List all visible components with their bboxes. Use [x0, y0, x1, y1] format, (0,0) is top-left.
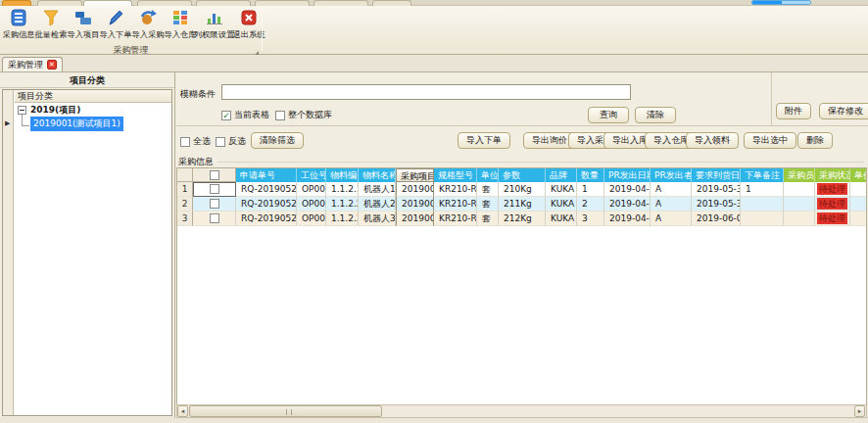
save-changes-button[interactable]: 保存修改 — [819, 103, 868, 119]
checkbox-icon — [210, 184, 219, 194]
column-header[interactable]: 品牌 — [546, 168, 577, 182]
cell: RQ-201905230003 — [236, 212, 297, 226]
collapse-icon[interactable] — [18, 106, 26, 115]
cell: RQ-201905230002 — [236, 197, 297, 212]
cell: 2 — [577, 197, 604, 212]
column-header[interactable]: 采购状态 — [815, 168, 850, 182]
import-order-button[interactable]: 导入下单 — [458, 132, 510, 149]
column-header[interactable]: 采购员 — [784, 168, 815, 182]
column-header[interactable]: 申请单号 — [236, 168, 297, 182]
column-header[interactable]: 规格型号 — [434, 168, 477, 182]
row-checkbox[interactable] — [193, 197, 236, 212]
cell — [784, 212, 815, 226]
cell: 2019-04-07 — [604, 212, 651, 226]
import-warehouse-button[interactable]: 导入仓库 — [164, 7, 196, 44]
horizontal-scrollbar[interactable]: ◂ ▸ — [176, 404, 867, 418]
scroll-right-icon[interactable]: ▸ — [854, 405, 865, 417]
button-label: 退出系统 — [232, 29, 265, 41]
column-header[interactable]: 物料名称 — [359, 168, 396, 182]
cell: OP0010 — [297, 182, 326, 197]
import-warehouse-icon — [171, 9, 189, 26]
button-label: 列权限设置 — [194, 29, 234, 41]
tree-node-2019[interactable]: 2019(项目) — [15, 103, 171, 117]
dialog-launcher-icon[interactable] — [255, 51, 259, 55]
table-row[interactable]: 1RQ-201905230001OP00101.1.2.1机器人12019001… — [177, 182, 866, 197]
tree-node-label-selected: 2019001(测试项目1) — [30, 117, 123, 131]
cell: 待处理 — [815, 212, 850, 226]
project-category-panel: 项目分类 ▶ 项目分类 2019(项目) 2019001(测试项目1) — [0, 72, 175, 418]
batch-search-button[interactable]: 批量检索 — [34, 7, 67, 44]
column-header[interactable]: PR发出者 — [651, 168, 692, 182]
column-header[interactable]: 下单备注 — [741, 168, 784, 182]
column-header[interactable]: 采购项目 — [396, 168, 434, 182]
tree-node-2019001[interactable]: 2019001(测试项目1) — [15, 117, 171, 130]
cell: 2019-06-01 — [692, 212, 741, 226]
select-all-checkbox[interactable]: 全选 — [180, 135, 211, 148]
delete-button[interactable]: 删除 — [797, 132, 833, 149]
fuzzy-condition-input[interactable] — [221, 84, 631, 100]
import-project-button[interactable]: 导入项目 — [67, 7, 99, 44]
status-badge: 待处理 — [817, 212, 847, 224]
filter-funnel-icon — [42, 9, 60, 26]
cell: A — [651, 197, 692, 212]
tab-close-icon[interactable]: ✕ — [47, 60, 57, 70]
cell — [850, 182, 867, 197]
column-header[interactable]: 工位号 — [297, 168, 326, 182]
column-header[interactable]: 参数 — [499, 168, 546, 182]
grid-section: 采购信息 — [176, 156, 868, 167]
whole-database-checkbox[interactable]: 整个数据库 — [275, 109, 332, 121]
import-material-button[interactable]: 导入领料 — [686, 132, 739, 149]
column-header[interactable]: 单位 — [477, 168, 499, 182]
attachment-button[interactable]: 附件 — [776, 103, 811, 119]
current-table-checkbox[interactable]: ✓当前表格 — [221, 109, 269, 121]
import-order-icon — [107, 9, 124, 26]
cell: 2019001 — [396, 182, 434, 197]
cell: KR210-R2700 — [434, 182, 477, 197]
cell — [850, 197, 867, 212]
column-header[interactable]: 数量 — [577, 168, 604, 182]
button-label: 采购信息 — [2, 29, 34, 41]
cell: 3 — [577, 212, 604, 226]
import-purchase-icon — [139, 9, 157, 26]
import-order-button[interactable]: 导入下单 — [99, 7, 131, 44]
cell: KR210-R2701 — [434, 197, 477, 212]
exit-system-button[interactable]: 退出系统 — [232, 7, 265, 44]
invert-selection-checkbox[interactable]: 反选 — [216, 135, 246, 148]
select-all-header-checkbox[interactable] — [193, 168, 236, 182]
scrollbar-thumb[interactable] — [189, 405, 382, 417]
panel-title: 项目分类 — [0, 72, 174, 88]
import-purchase-button[interactable]: 导入采购 — [131, 7, 164, 44]
column-header[interactable]: PR发出日期 — [604, 168, 651, 182]
cell: A — [651, 212, 692, 226]
cell: 2019-05-31 — [692, 197, 741, 212]
clear-button[interactable]: 清除 — [635, 107, 676, 123]
row-checkbox[interactable] — [193, 182, 236, 197]
cell: 211Kg — [499, 197, 546, 212]
clear-filter-button[interactable]: 清除筛选 — [251, 132, 304, 149]
query-button[interactable]: 查询 — [588, 107, 629, 123]
column-header[interactable]: 物料编号 — [326, 168, 359, 182]
cell: 待处理 — [815, 182, 850, 197]
column-permission-button[interactable]: 列权限设置 — [196, 7, 232, 44]
filter-section: 模糊条件 ✓当前表格 整个数据库 查询 清除 附件 保存修改 — [176, 72, 868, 126]
button-label: 批量检索 — [34, 29, 67, 41]
cell: 套 — [477, 182, 499, 197]
grid-header-row: 申请单号工位号物料编号物料名称采购项目规格型号单位参数品牌数量PR发出日期PR发… — [177, 168, 866, 182]
export-selected-button[interactable]: 导出选中 — [744, 132, 796, 149]
cell — [741, 212, 784, 226]
scroll-left-icon[interactable]: ◂ — [177, 405, 188, 417]
project-tree-list: ▶ 项目分类 2019(项目) 2019001(测试项目1) — [2, 89, 172, 416]
table-row[interactable]: 2RQ-201905230002OP00111.1.2.2机器人22019001… — [177, 197, 866, 212]
row-checkbox[interactable] — [193, 212, 236, 226]
window-button[interactable] — [751, 0, 811, 5]
checkbox-label: 当前表格 — [234, 109, 269, 121]
tree-node-label: 2019(项目) — [30, 104, 80, 117]
cell: 套 — [477, 197, 499, 212]
tree-column-header[interactable]: 项目分类 — [15, 90, 171, 103]
purchase-info-button[interactable]: 采购信息 — [2, 7, 34, 44]
tab-procurement-management[interactable]: 采购管理 ✕ — [2, 57, 63, 71]
table-row[interactable]: 3RQ-201905230003OP00121.1.2.3机器人32019001… — [177, 212, 866, 226]
cell: OP0012 — [297, 212, 326, 226]
column-header[interactable]: 要求到货日期 — [692, 168, 741, 182]
column-header[interactable]: 单价 — [850, 168, 867, 182]
